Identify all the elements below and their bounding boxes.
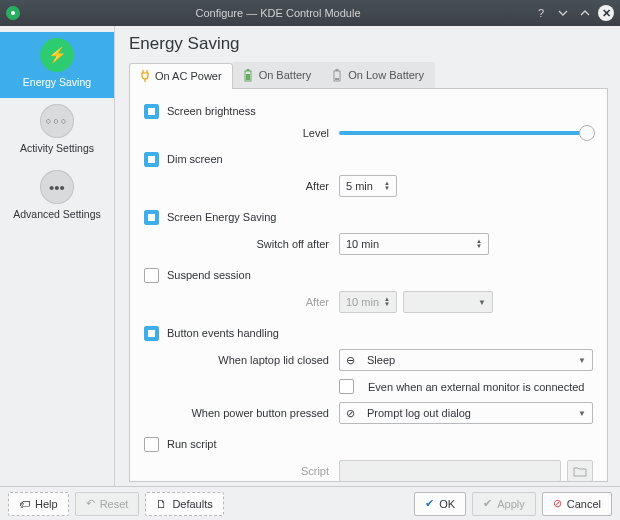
activity-icon: ○○○ [40,104,74,138]
spinner-arrows-icon: ▲▼ [384,297,390,307]
tab-label: On Battery [259,69,312,81]
label-suspend-session: Suspend session [167,269,251,281]
plug-icon [140,69,150,83]
page-title: Energy Saving [129,34,608,54]
svg-rect-1 [246,69,249,71]
help-icon[interactable]: ? [532,4,550,22]
apply-button: ✔ Apply [472,492,536,516]
cancel-icon: ⊘ [553,497,562,510]
label-screen-brightness: Screen brightness [167,105,256,117]
help-icon: 🏷 [19,498,30,510]
dim-after-value: 5 min [346,180,373,192]
reset-button: ↶ Reset [75,492,140,516]
label-lid-closed: When laptop lid closed [144,354,339,366]
label-script: Script [144,465,339,477]
lid-action-combo[interactable]: ⊖ Sleep ▼ [339,349,593,371]
suspend-after-spinner: 10 min ▲▼ [339,291,397,313]
sidebar-item-label: Activity Settings [2,142,112,154]
sidebar-item-activity-settings[interactable]: ○○○ Activity Settings [0,98,114,164]
switch-off-value: 10 min [346,238,379,250]
label-level: Level [144,127,339,139]
label-external-monitor: Even when an external monitor is connect… [368,381,584,393]
label-button-events: Button events handling [167,327,279,339]
script-path-input [339,460,561,482]
check-icon: ✔ [483,497,492,510]
sidebar-item-energy-saving[interactable]: ⚡ Energy Saving [0,32,114,98]
tabbar: On AC Power On Battery On Low Battery [129,62,608,89]
tab-label: On Low Battery [348,69,424,81]
sidebar: ⚡ Energy Saving ○○○ Activity Settings ••… [0,26,115,486]
undo-icon: ↶ [86,497,95,510]
checkbox-run-script[interactable] [144,437,159,452]
check-icon: ✔ [425,497,434,510]
bolt-icon: ⚡ [40,38,74,72]
defaults-button[interactable]: 🗋 Defaults [145,492,223,516]
lid-action-value: Sleep [367,354,395,366]
label-power-button: When power button pressed [144,407,339,419]
sleep-icon: ⊖ [346,354,355,367]
minimize-icon[interactable] [554,4,572,22]
tab-on-battery[interactable]: On Battery [233,62,323,88]
checkbox-screen-energy-saving[interactable] [144,210,159,225]
label-run-script: Run script [167,438,217,450]
window-title: Configure — KDE Control Module [28,7,528,19]
maximize-icon[interactable] [576,4,594,22]
footer: 🏷 Help ↶ Reset 🗋 Defaults ✔ OK ✔ Apply ⊘… [0,486,620,520]
folder-icon [573,465,587,477]
sidebar-item-label: Advanced Settings [2,208,112,220]
checkbox-button-events[interactable] [144,326,159,341]
power-button-combo[interactable]: ⊘ Prompt log out dialog ▼ [339,402,593,424]
tab-ac-power[interactable]: On AC Power [129,63,233,89]
switch-off-spinner[interactable]: 10 min ▲▼ [339,233,489,255]
titlebar: Configure — KDE Control Module ? ✕ [0,0,620,26]
sidebar-item-advanced-settings[interactable]: ••• Advanced Settings [0,164,114,230]
more-icon: ••• [40,170,74,204]
checkbox-screen-brightness[interactable] [144,104,159,119]
chevron-down-icon: ▼ [578,409,586,418]
spinner-arrows-icon[interactable]: ▲▼ [476,239,482,249]
label-switch-off-after: Switch off after [144,238,339,250]
checkbox-external-monitor[interactable] [339,379,354,394]
suspend-action-combo: ▼ [403,291,493,313]
tab-content: Screen brightness Level Dim screen After… [129,89,608,482]
browse-button [567,460,593,482]
logout-icon: ⊘ [346,407,355,420]
chevron-down-icon: ▼ [578,356,586,365]
label-dim-after: After [144,180,339,192]
battery-icon [244,68,254,82]
label-suspend-after: After [144,296,339,308]
slider-thumb[interactable] [579,125,595,141]
help-button[interactable]: 🏷 Help [8,492,69,516]
chevron-down-icon: ▼ [478,298,486,307]
close-icon[interactable]: ✕ [598,5,614,21]
spinner-arrows-icon[interactable]: ▲▼ [384,181,390,191]
document-icon: 🗋 [156,498,167,510]
svg-rect-2 [246,74,250,80]
tab-label: On AC Power [155,70,222,82]
sidebar-item-label: Energy Saving [2,76,112,88]
label-screen-energy-saving: Screen Energy Saving [167,211,276,223]
cancel-button[interactable]: ⊘ Cancel [542,492,612,516]
svg-rect-5 [335,78,339,80]
svg-rect-4 [336,69,339,71]
ok-button[interactable]: ✔ OK [414,492,466,516]
app-icon [6,6,20,20]
checkbox-dim-screen[interactable] [144,152,159,167]
label-dim-screen: Dim screen [167,153,223,165]
dim-after-spinner[interactable]: 5 min ▲▼ [339,175,397,197]
power-button-value: Prompt log out dialog [367,407,471,419]
brightness-slider[interactable] [339,131,593,135]
suspend-after-value: 10 min [346,296,379,308]
checkbox-suspend-session[interactable] [144,268,159,283]
battery-low-icon [333,68,343,82]
tab-low-battery[interactable]: On Low Battery [322,62,435,88]
